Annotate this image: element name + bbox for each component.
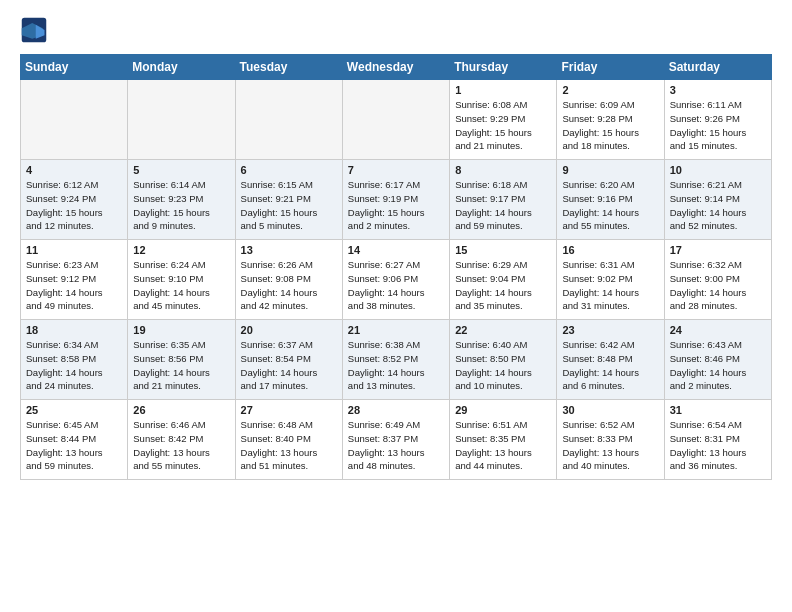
calendar-cell: 2Sunrise: 6:09 AM Sunset: 9:28 PM Daylig… bbox=[557, 80, 664, 160]
calendar-cell: 1Sunrise: 6:08 AM Sunset: 9:29 PM Daylig… bbox=[450, 80, 557, 160]
day-info: Sunrise: 6:15 AM Sunset: 9:21 PM Dayligh… bbox=[241, 178, 337, 233]
day-number: 14 bbox=[348, 244, 444, 256]
calendar-cell: 17Sunrise: 6:32 AM Sunset: 9:00 PM Dayli… bbox=[664, 240, 771, 320]
calendar-week-row: 18Sunrise: 6:34 AM Sunset: 8:58 PM Dayli… bbox=[21, 320, 772, 400]
day-info: Sunrise: 6:48 AM Sunset: 8:40 PM Dayligh… bbox=[241, 418, 337, 473]
day-info: Sunrise: 6:17 AM Sunset: 9:19 PM Dayligh… bbox=[348, 178, 444, 233]
day-number: 18 bbox=[26, 324, 122, 336]
day-info: Sunrise: 6:27 AM Sunset: 9:06 PM Dayligh… bbox=[348, 258, 444, 313]
calendar-cell: 3Sunrise: 6:11 AM Sunset: 9:26 PM Daylig… bbox=[664, 80, 771, 160]
day-number: 17 bbox=[670, 244, 766, 256]
day-number: 23 bbox=[562, 324, 658, 336]
calendar-cell: 15Sunrise: 6:29 AM Sunset: 9:04 PM Dayli… bbox=[450, 240, 557, 320]
day-number: 15 bbox=[455, 244, 551, 256]
day-info: Sunrise: 6:26 AM Sunset: 9:08 PM Dayligh… bbox=[241, 258, 337, 313]
day-info: Sunrise: 6:31 AM Sunset: 9:02 PM Dayligh… bbox=[562, 258, 658, 313]
day-info: Sunrise: 6:20 AM Sunset: 9:16 PM Dayligh… bbox=[562, 178, 658, 233]
weekday-header: Saturday bbox=[664, 55, 771, 80]
day-number: 6 bbox=[241, 164, 337, 176]
calendar-cell: 28Sunrise: 6:49 AM Sunset: 8:37 PM Dayli… bbox=[342, 400, 449, 480]
day-number: 5 bbox=[133, 164, 229, 176]
day-info: Sunrise: 6:51 AM Sunset: 8:35 PM Dayligh… bbox=[455, 418, 551, 473]
calendar-week-row: 4Sunrise: 6:12 AM Sunset: 9:24 PM Daylig… bbox=[21, 160, 772, 240]
page-header bbox=[20, 16, 772, 44]
calendar-cell: 31Sunrise: 6:54 AM Sunset: 8:31 PM Dayli… bbox=[664, 400, 771, 480]
calendar-page: SundayMondayTuesdayWednesdayThursdayFrid… bbox=[0, 0, 792, 496]
weekday-header: Monday bbox=[128, 55, 235, 80]
day-info: Sunrise: 6:29 AM Sunset: 9:04 PM Dayligh… bbox=[455, 258, 551, 313]
day-info: Sunrise: 6:52 AM Sunset: 8:33 PM Dayligh… bbox=[562, 418, 658, 473]
weekday-header: Thursday bbox=[450, 55, 557, 80]
calendar-cell: 7Sunrise: 6:17 AM Sunset: 9:19 PM Daylig… bbox=[342, 160, 449, 240]
day-number: 25 bbox=[26, 404, 122, 416]
day-number: 26 bbox=[133, 404, 229, 416]
calendar-cell: 12Sunrise: 6:24 AM Sunset: 9:10 PM Dayli… bbox=[128, 240, 235, 320]
day-info: Sunrise: 6:32 AM Sunset: 9:00 PM Dayligh… bbox=[670, 258, 766, 313]
day-info: Sunrise: 6:43 AM Sunset: 8:46 PM Dayligh… bbox=[670, 338, 766, 393]
calendar-cell: 27Sunrise: 6:48 AM Sunset: 8:40 PM Dayli… bbox=[235, 400, 342, 480]
day-info: Sunrise: 6:37 AM Sunset: 8:54 PM Dayligh… bbox=[241, 338, 337, 393]
calendar-cell: 30Sunrise: 6:52 AM Sunset: 8:33 PM Dayli… bbox=[557, 400, 664, 480]
day-info: Sunrise: 6:34 AM Sunset: 8:58 PM Dayligh… bbox=[26, 338, 122, 393]
day-number: 27 bbox=[241, 404, 337, 416]
day-info: Sunrise: 6:54 AM Sunset: 8:31 PM Dayligh… bbox=[670, 418, 766, 473]
day-number: 30 bbox=[562, 404, 658, 416]
calendar-cell bbox=[21, 80, 128, 160]
calendar-cell: 4Sunrise: 6:12 AM Sunset: 9:24 PM Daylig… bbox=[21, 160, 128, 240]
day-info: Sunrise: 6:35 AM Sunset: 8:56 PM Dayligh… bbox=[133, 338, 229, 393]
day-number: 9 bbox=[562, 164, 658, 176]
day-number: 11 bbox=[26, 244, 122, 256]
calendar-week-row: 25Sunrise: 6:45 AM Sunset: 8:44 PM Dayli… bbox=[21, 400, 772, 480]
day-number: 1 bbox=[455, 84, 551, 96]
calendar-cell: 26Sunrise: 6:46 AM Sunset: 8:42 PM Dayli… bbox=[128, 400, 235, 480]
day-number: 24 bbox=[670, 324, 766, 336]
calendar-header-row: SundayMondayTuesdayWednesdayThursdayFrid… bbox=[21, 55, 772, 80]
day-number: 22 bbox=[455, 324, 551, 336]
calendar-cell: 22Sunrise: 6:40 AM Sunset: 8:50 PM Dayli… bbox=[450, 320, 557, 400]
day-number: 2 bbox=[562, 84, 658, 96]
day-number: 10 bbox=[670, 164, 766, 176]
day-number: 21 bbox=[348, 324, 444, 336]
calendar-cell: 16Sunrise: 6:31 AM Sunset: 9:02 PM Dayli… bbox=[557, 240, 664, 320]
calendar-cell: 9Sunrise: 6:20 AM Sunset: 9:16 PM Daylig… bbox=[557, 160, 664, 240]
calendar-cell: 23Sunrise: 6:42 AM Sunset: 8:48 PM Dayli… bbox=[557, 320, 664, 400]
weekday-header: Friday bbox=[557, 55, 664, 80]
calendar-cell: 6Sunrise: 6:15 AM Sunset: 9:21 PM Daylig… bbox=[235, 160, 342, 240]
day-number: 28 bbox=[348, 404, 444, 416]
day-info: Sunrise: 6:09 AM Sunset: 9:28 PM Dayligh… bbox=[562, 98, 658, 153]
calendar-cell: 11Sunrise: 6:23 AM Sunset: 9:12 PM Dayli… bbox=[21, 240, 128, 320]
day-info: Sunrise: 6:46 AM Sunset: 8:42 PM Dayligh… bbox=[133, 418, 229, 473]
day-number: 13 bbox=[241, 244, 337, 256]
calendar-cell: 5Sunrise: 6:14 AM Sunset: 9:23 PM Daylig… bbox=[128, 160, 235, 240]
day-number: 12 bbox=[133, 244, 229, 256]
calendar-cell bbox=[235, 80, 342, 160]
day-number: 7 bbox=[348, 164, 444, 176]
day-number: 4 bbox=[26, 164, 122, 176]
logo bbox=[20, 16, 52, 44]
day-number: 8 bbox=[455, 164, 551, 176]
day-info: Sunrise: 6:21 AM Sunset: 9:14 PM Dayligh… bbox=[670, 178, 766, 233]
day-number: 16 bbox=[562, 244, 658, 256]
calendar-cell bbox=[128, 80, 235, 160]
weekday-header: Wednesday bbox=[342, 55, 449, 80]
calendar-cell: 18Sunrise: 6:34 AM Sunset: 8:58 PM Dayli… bbox=[21, 320, 128, 400]
calendar-table: SundayMondayTuesdayWednesdayThursdayFrid… bbox=[20, 54, 772, 480]
day-info: Sunrise: 6:12 AM Sunset: 9:24 PM Dayligh… bbox=[26, 178, 122, 233]
calendar-cell: 21Sunrise: 6:38 AM Sunset: 8:52 PM Dayli… bbox=[342, 320, 449, 400]
calendar-cell: 10Sunrise: 6:21 AM Sunset: 9:14 PM Dayli… bbox=[664, 160, 771, 240]
day-number: 20 bbox=[241, 324, 337, 336]
day-info: Sunrise: 6:40 AM Sunset: 8:50 PM Dayligh… bbox=[455, 338, 551, 393]
day-info: Sunrise: 6:18 AM Sunset: 9:17 PM Dayligh… bbox=[455, 178, 551, 233]
day-info: Sunrise: 6:14 AM Sunset: 9:23 PM Dayligh… bbox=[133, 178, 229, 233]
calendar-cell: 29Sunrise: 6:51 AM Sunset: 8:35 PM Dayli… bbox=[450, 400, 557, 480]
weekday-header: Sunday bbox=[21, 55, 128, 80]
day-info: Sunrise: 6:45 AM Sunset: 8:44 PM Dayligh… bbox=[26, 418, 122, 473]
calendar-cell bbox=[342, 80, 449, 160]
calendar-week-row: 1Sunrise: 6:08 AM Sunset: 9:29 PM Daylig… bbox=[21, 80, 772, 160]
day-info: Sunrise: 6:11 AM Sunset: 9:26 PM Dayligh… bbox=[670, 98, 766, 153]
day-info: Sunrise: 6:38 AM Sunset: 8:52 PM Dayligh… bbox=[348, 338, 444, 393]
weekday-header: Tuesday bbox=[235, 55, 342, 80]
calendar-cell: 20Sunrise: 6:37 AM Sunset: 8:54 PM Dayli… bbox=[235, 320, 342, 400]
logo-icon bbox=[20, 16, 48, 44]
day-info: Sunrise: 6:42 AM Sunset: 8:48 PM Dayligh… bbox=[562, 338, 658, 393]
